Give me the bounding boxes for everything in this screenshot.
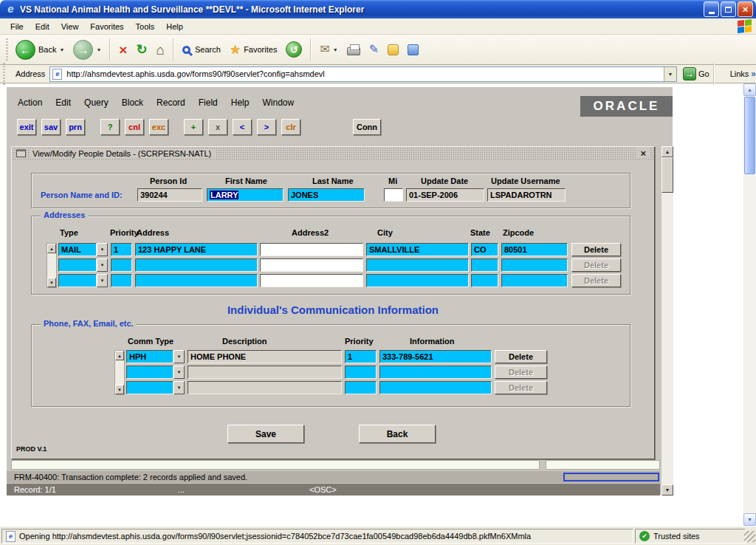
address-input[interactable]: e http://ahsmdevtest.aphis.usda.gov/form… bbox=[49, 66, 677, 82]
address-type-dropdown-button[interactable]: ▼ bbox=[97, 258, 108, 272]
state-field[interactable]: CO bbox=[471, 243, 498, 256]
address2-field[interactable] bbox=[260, 258, 363, 272]
oracle-menu-window[interactable]: Window bbox=[255, 96, 300, 109]
next-record-button[interactable]: > bbox=[257, 119, 276, 135]
home-button[interactable]: ⌂ bbox=[152, 41, 169, 58]
first-name-field[interactable]: LARRY bbox=[207, 188, 284, 202]
security-zone-panel[interactable]: ✔ Trusted sites bbox=[635, 529, 746, 544]
mail-button[interactable]: ✉ ▼ bbox=[315, 42, 342, 57]
search-button[interactable]: Search bbox=[178, 44, 225, 55]
menu-edit[interactable]: Edit bbox=[30, 21, 55, 32]
delete-address-button[interactable]: Delete bbox=[571, 243, 621, 256]
comm-type-field[interactable] bbox=[126, 366, 173, 379]
address-type-field[interactable] bbox=[58, 274, 97, 287]
resize-grip[interactable] bbox=[744, 531, 755, 542]
oracle-menu-record[interactable]: Record bbox=[150, 96, 192, 109]
oracle-menu-block[interactable]: Block bbox=[115, 96, 150, 109]
zipcode-field[interactable] bbox=[501, 274, 568, 287]
comm-type-field[interactable]: HPH bbox=[126, 350, 173, 363]
oracle-menu-action[interactable]: Action bbox=[11, 96, 49, 109]
city-field[interactable] bbox=[366, 258, 469, 272]
forward-button[interactable]: → ▼ bbox=[69, 38, 106, 61]
print-toolbar-button[interactable]: prn bbox=[66, 119, 85, 135]
scroll-up-button[interactable]: ▲ bbox=[743, 83, 756, 96]
previous-record-button[interactable]: < bbox=[233, 119, 252, 135]
close-button[interactable]: × bbox=[738, 1, 753, 17]
clear-toolbar-button[interactable]: clr bbox=[281, 119, 300, 135]
address2-field[interactable] bbox=[260, 274, 363, 287]
save-toolbar-button[interactable]: sav bbox=[41, 119, 61, 135]
minimize-button[interactable] bbox=[704, 1, 719, 17]
address-type-dropdown-button[interactable]: ▼ bbox=[97, 274, 108, 287]
address-field[interactable] bbox=[135, 274, 258, 287]
oracle-menu-help[interactable]: Help bbox=[224, 96, 256, 109]
maximize-button[interactable] bbox=[721, 1, 736, 17]
save-button[interactable]: Save bbox=[227, 425, 304, 443]
menu-file[interactable]: File bbox=[4, 21, 30, 32]
addressbar-grip[interactable] bbox=[3, 63, 5, 85]
menu-tools[interactable]: Tools bbox=[130, 21, 161, 32]
oracle-menu-field[interactable]: Field bbox=[192, 96, 224, 109]
delete-comm-button[interactable]: Delete bbox=[495, 350, 547, 363]
oracle-menu-edit[interactable]: Edit bbox=[49, 96, 78, 109]
address-priority-field[interactable] bbox=[111, 274, 132, 287]
mail-dropdown-icon[interactable]: ▼ bbox=[333, 47, 338, 52]
menu-favorites[interactable]: Favorites bbox=[84, 21, 129, 32]
research-button[interactable] bbox=[403, 43, 423, 57]
description-field[interactable] bbox=[188, 381, 342, 394]
comm-type-dropdown-button[interactable]: ▼ bbox=[173, 350, 185, 363]
scroll-down-button[interactable]: ▼ bbox=[743, 513, 756, 526]
description-field[interactable]: HOME PHONE bbox=[188, 350, 342, 363]
mi-field[interactable] bbox=[384, 188, 403, 202]
address-dropdown-button[interactable]: ▼ bbox=[664, 67, 676, 81]
back-button-form[interactable]: Back bbox=[359, 425, 436, 443]
description-field[interactable] bbox=[188, 366, 342, 379]
stop-button[interactable]: × bbox=[114, 41, 131, 58]
refresh-button[interactable]: ↻ bbox=[131, 41, 151, 58]
back-button[interactable]: ← Back ▼ bbox=[11, 38, 69, 61]
print-button[interactable] bbox=[343, 42, 365, 57]
scroll-down-button[interactable]: ▼ bbox=[662, 484, 673, 496]
comm-priority-field[interactable] bbox=[345, 366, 377, 379]
update-date-field[interactable]: 01-SEP-2006 bbox=[406, 188, 484, 202]
address-type-field[interactable] bbox=[58, 258, 97, 272]
information-field[interactable] bbox=[379, 366, 492, 379]
oracle-menu-query[interactable]: Query bbox=[78, 96, 115, 109]
person-id-field[interactable]: 390244 bbox=[137, 188, 202, 202]
remove-record-button[interactable]: x bbox=[208, 119, 227, 135]
state-field[interactable] bbox=[471, 258, 498, 272]
comm-type-dropdown-button[interactable]: ▼ bbox=[173, 381, 185, 394]
links-button[interactable]: Links » bbox=[730, 69, 756, 79]
back-dropdown-icon[interactable]: ▼ bbox=[59, 47, 64, 52]
address-field[interactable] bbox=[135, 258, 258, 272]
comm-type-dropdown-button[interactable]: ▼ bbox=[173, 366, 185, 379]
update-username-field[interactable]: LSPADAROTRN bbox=[487, 188, 566, 202]
last-name-field[interactable]: JONES bbox=[288, 188, 365, 202]
go-button[interactable]: → Go bbox=[683, 67, 709, 80]
address-type-field[interactable]: MAIL bbox=[58, 243, 97, 256]
menu-help[interactable]: Help bbox=[160, 21, 189, 32]
help-toolbar-button[interactable]: ? bbox=[100, 119, 120, 135]
information-field[interactable]: 333-789-5621 bbox=[379, 350, 492, 363]
zipcode-field[interactable] bbox=[501, 258, 568, 272]
comm-priority-field[interactable]: 1 bbox=[345, 350, 377, 363]
form-window-titlebar[interactable]: View/Modify People Details - (SCRPERSN-N… bbox=[12, 147, 654, 160]
favorites-button[interactable]: ★ Favorites bbox=[225, 42, 282, 58]
cancel-toolbar-button[interactable]: cnl bbox=[125, 119, 144, 135]
address-priority-field[interactable] bbox=[111, 258, 132, 272]
scroll-up-button[interactable]: ▲ bbox=[662, 146, 673, 157]
city-field[interactable]: SMALLVILLE bbox=[366, 243, 469, 256]
address2-field[interactable] bbox=[260, 243, 363, 256]
address-type-dropdown-button[interactable]: ▼ bbox=[97, 243, 108, 256]
history-button[interactable]: ↺ bbox=[281, 40, 306, 59]
form-close-icon[interactable]: × bbox=[636, 148, 650, 159]
address-priority-field[interactable]: 1 bbox=[111, 243, 132, 256]
address-field[interactable]: 123 HAPPY LANE bbox=[135, 243, 258, 256]
state-field[interactable] bbox=[471, 274, 498, 287]
messenger-button[interactable] bbox=[383, 43, 403, 57]
city-field[interactable] bbox=[366, 274, 469, 287]
execute-toolbar-button[interactable]: exc bbox=[149, 119, 168, 135]
scrollbar-thumb[interactable] bbox=[744, 97, 755, 174]
comm-type-field[interactable] bbox=[126, 381, 173, 394]
information-field[interactable] bbox=[379, 381, 492, 394]
